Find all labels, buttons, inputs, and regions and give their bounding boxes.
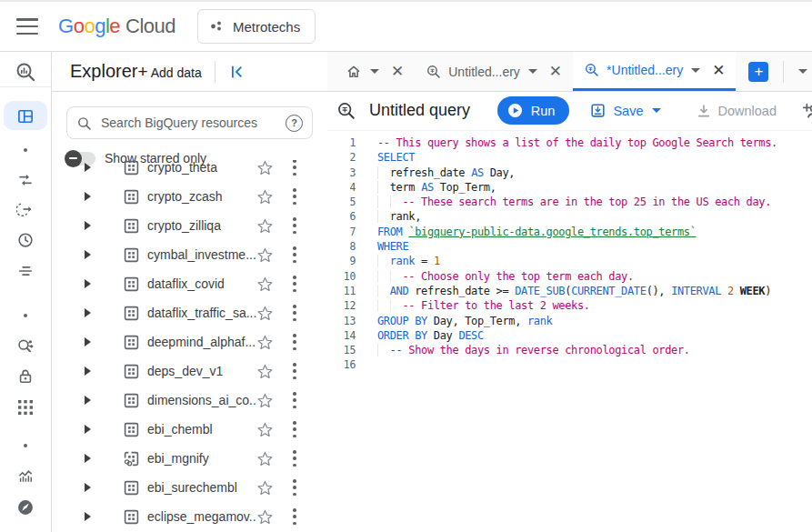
more-options-kebab-icon[interactable]: [289, 507, 300, 526]
close-icon[interactable]: ✕: [712, 63, 725, 78]
star-icon[interactable]: [256, 246, 274, 264]
dataset-row[interactable]: crypto_zcash: [52, 182, 327, 211]
add-data-button[interactable]: + Add data: [137, 62, 201, 82]
more-options-kebab-icon[interactable]: [289, 160, 300, 176]
dataset-row[interactable]: eclipse_megamov...: [52, 502, 327, 531]
menu-icon[interactable]: [16, 18, 38, 35]
code-line[interactable]: rank = 1: [377, 254, 812, 268]
capacity-icon[interactable]: [15, 260, 36, 282]
more-options-kebab-icon[interactable]: [289, 478, 300, 497]
chevron-down-icon[interactable]: [370, 69, 379, 74]
close-icon[interactable]: ✕: [391, 64, 404, 79]
dataset-row[interactable]: deps_dev_v1: [52, 356, 327, 386]
apps-grid-icon[interactable]: [15, 396, 36, 418]
more-options-kebab-icon[interactable]: [289, 333, 300, 351]
code-area[interactable]: -- This query shows a list of the daily …: [364, 131, 812, 532]
star-icon[interactable]: [256, 508, 274, 526]
governance-lock-icon[interactable]: [15, 366, 36, 387]
google-cloud-logo[interactable]: Google Cloud: [58, 15, 175, 38]
explore-compass-icon[interactable]: [15, 497, 36, 518]
download-button[interactable]: Download: [696, 103, 777, 119]
star-icon[interactable]: [256, 363, 274, 380]
more-options-kebab-icon[interactable]: [289, 449, 300, 467]
expand-arrow-icon[interactable]: [85, 250, 91, 259]
history-clock-icon[interactable]: [15, 229, 36, 251]
help-icon[interactable]: ?: [286, 115, 303, 132]
dataset-row[interactable]: dimensions_ai_co...: [52, 386, 327, 415]
star-icon[interactable]: [256, 160, 274, 176]
new-tab-button[interactable]: +: [748, 62, 768, 82]
tab-untitled-query-2-active[interactable]: *Untitled...ery ✕: [573, 52, 736, 91]
expand-arrow-icon[interactable]: [85, 279, 91, 288]
code-line[interactable]: FROM `bigquery-public-data.google_trends…: [377, 225, 812, 239]
expand-arrow-icon[interactable]: [85, 308, 91, 317]
collapse-panel-icon[interactable]: [225, 60, 248, 84]
star-icon[interactable]: [256, 305, 274, 322]
code-line[interactable]: GROUP BY Day, Top_Term, rank: [377, 314, 812, 328]
bigquery-logo-icon[interactable]: [15, 61, 36, 83]
expand-arrow-icon[interactable]: [85, 337, 91, 346]
code-line[interactable]: rank,: [377, 209, 812, 224]
more-options-kebab-icon[interactable]: [289, 187, 300, 206]
expand-arrow-icon[interactable]: [85, 425, 91, 434]
chevron-down-icon[interactable]: [528, 69, 537, 74]
code-line[interactable]: AND refresh_date >= DATE_SUB(CURRENT_DAT…: [377, 284, 812, 298]
code-line[interactable]: -- Show the days in reverse chronologica…: [377, 343, 812, 357]
search-input[interactable]: [99, 115, 286, 131]
run-button[interactable]: Run: [497, 96, 570, 125]
expand-arrow-icon[interactable]: [85, 192, 91, 201]
dataset-row[interactable]: ebi_chembl: [52, 415, 327, 444]
more-options-kebab-icon[interactable]: [289, 362, 300, 380]
expand-arrow-icon[interactable]: [85, 163, 91, 172]
scheduled-queries-icon[interactable]: [15, 198, 36, 220]
dataset-row[interactable]: dataflix_traffic_sa...: [52, 298, 327, 327]
dataset-row[interactable]: ebi_mgnify: [52, 444, 327, 473]
code-line[interactable]: [377, 357, 812, 372]
star-icon[interactable]: [256, 188, 274, 206]
expand-arrow-icon[interactable]: [85, 483, 91, 492]
lineage-icon[interactable]: [15, 335, 36, 356]
expand-arrow-icon[interactable]: [85, 454, 91, 463]
dataset-row[interactable]: cymbal_investme...: [52, 240, 327, 269]
code-line[interactable]: -- This query shows a list of the daily …: [377, 136, 812, 150]
tab-home[interactable]: ✕: [335, 52, 415, 91]
star-icon[interactable]: [256, 334, 274, 351]
star-icon[interactable]: [256, 276, 274, 293]
more-options-kebab-icon[interactable]: [289, 246, 300, 264]
code-line[interactable]: -- Filter to the last 2 weeks.: [377, 298, 812, 313]
more-options-kebab-icon[interactable]: [289, 420, 300, 438]
share-person-add-icon[interactable]: [800, 101, 812, 121]
star-icon[interactable]: [256, 450, 274, 467]
star-icon[interactable]: [256, 479, 274, 497]
dataset-row[interactable]: ebi_surechembl: [52, 473, 327, 502]
code-line[interactable]: refresh_date AS Day,: [377, 166, 812, 180]
dataset-row[interactable]: crypto_zilliqa: [52, 211, 327, 240]
sql-workspace-icon[interactable]: [15, 105, 36, 127]
more-options-kebab-icon[interactable]: [289, 304, 300, 322]
code-line[interactable]: -- These search terms are in the top 25 …: [377, 195, 812, 209]
tab-overflow-chevron-icon[interactable]: [798, 69, 807, 74]
expand-arrow-icon[interactable]: [85, 396, 91, 405]
monitoring-icon[interactable]: [15, 466, 36, 487]
star-icon[interactable]: [256, 392, 274, 409]
more-options-kebab-icon[interactable]: [289, 391, 300, 409]
chevron-down-icon[interactable]: [691, 68, 700, 73]
code-line[interactable]: term AS Top_Term,: [377, 180, 812, 195]
star-icon[interactable]: [256, 421, 274, 438]
expand-arrow-icon[interactable]: [85, 512, 91, 521]
expand-arrow-icon[interactable]: [85, 366, 91, 376]
data-transfers-icon[interactable]: [15, 169, 36, 191]
code-line[interactable]: SELECT: [377, 150, 812, 165]
dataset-row[interactable]: crypto_theta: [52, 160, 327, 182]
expand-arrow-icon[interactable]: [85, 221, 91, 230]
code-line[interactable]: WHERE: [377, 239, 812, 254]
tab-untitled-query-1[interactable]: Untitled...ery ✕: [415, 52, 573, 91]
project-selector-button[interactable]: Metrotechs: [197, 9, 316, 44]
dataset-row[interactable]: deepmind_alphaf...: [52, 327, 327, 356]
code-line[interactable]: -- Choose only the top term each day.: [377, 269, 812, 284]
code-line[interactable]: ORDER BY Day DESC: [377, 328, 812, 343]
save-button[interactable]: Save: [589, 102, 660, 119]
dataset-row[interactable]: dataflix_covid: [52, 269, 327, 298]
star-icon[interactable]: [256, 217, 274, 235]
close-icon[interactable]: ✕: [549, 64, 562, 79]
